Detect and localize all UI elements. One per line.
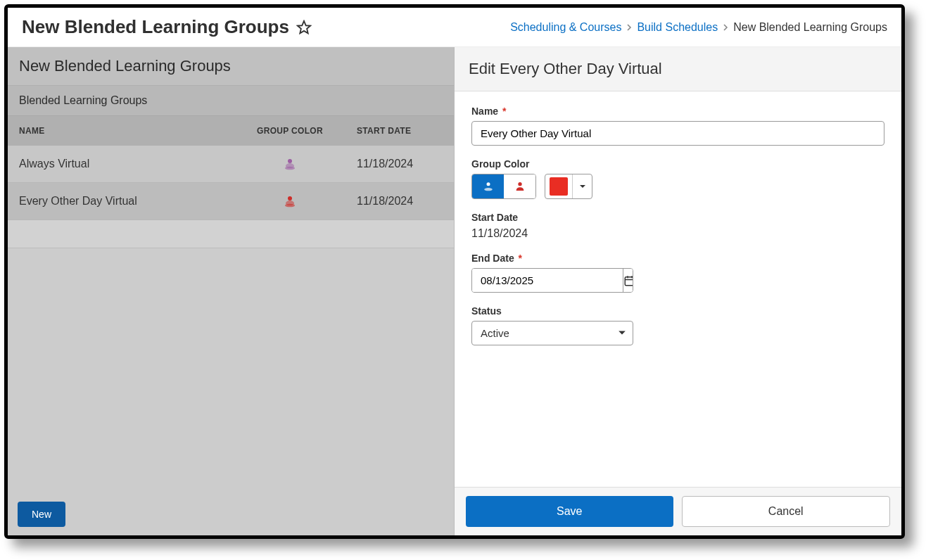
name-label-text: Name — [471, 106, 498, 117]
list-footer: New — [8, 493, 454, 535]
status-select[interactable]: Active — [471, 321, 633, 345]
column-header-date: START DATE — [357, 126, 443, 136]
page-header: New Blended Learning Groups Scheduling &… — [8, 8, 901, 47]
page-title-text: New Blended Learning Groups — [22, 16, 289, 38]
breadcrumb-link-build[interactable]: Build Schedules — [637, 21, 718, 34]
form-group-color: Group Color — [471, 158, 884, 199]
svg-point-7 — [518, 182, 521, 186]
edit-footer: Save Cancel — [455, 487, 901, 535]
end-date-label-text: End Date — [471, 253, 514, 264]
svg-point-2 — [285, 167, 295, 170]
status-label: Status — [471, 305, 884, 317]
row-name: Always Virtual — [19, 158, 223, 170]
panel-title: New Blended Learning Groups — [8, 47, 454, 86]
required-asterisk: * — [502, 106, 506, 117]
list-panel: New Blended Learning Groups Blended Lear… — [8, 47, 455, 535]
svg-point-4 — [285, 204, 295, 208]
group-color-label: Group Color — [471, 158, 884, 170]
page-title: New Blended Learning Groups — [22, 16, 312, 38]
panel-subtitle: Blended Learning Groups — [8, 86, 454, 116]
icon-toggle-group — [471, 174, 536, 199]
end-date-field — [471, 268, 633, 293]
row-color — [223, 193, 357, 210]
form-group-start-date: Start Date 11/18/2024 — [471, 212, 884, 240]
row-name: Every Other Day Virtual — [19, 195, 223, 208]
name-input[interactable] — [471, 121, 884, 146]
list-body-spacer — [8, 248, 454, 493]
row-date: 11/18/2024 — [357, 158, 443, 170]
start-date-label: Start Date — [471, 212, 884, 223]
row-date: 11/18/2024 — [357, 195, 443, 208]
form-group-status: Status Active — [471, 305, 884, 345]
breadcrumb-current: New Blended Learning Groups — [733, 21, 887, 34]
person-pin-icon — [281, 155, 298, 172]
edit-panel: Edit Every Other Day Virtual Name * Grou… — [455, 47, 901, 535]
svg-point-3 — [288, 196, 292, 201]
color-picker[interactable] — [545, 174, 592, 199]
calendar-icon[interactable] — [623, 269, 633, 292]
end-date-input[interactable] — [472, 269, 623, 292]
chevron-right-icon — [722, 24, 729, 31]
table-row[interactable]: Every Other Day Virtual 11/18/2024 — [8, 183, 454, 220]
table-row[interactable]: Always Virtual 11/18/2024 — [8, 146, 454, 183]
svg-marker-0 — [298, 20, 310, 32]
svg-point-5 — [486, 182, 490, 186]
svg-point-1 — [288, 159, 292, 163]
required-asterisk: * — [519, 253, 522, 264]
new-button[interactable]: New — [18, 502, 65, 527]
form-group-end-date: End Date * — [471, 253, 884, 293]
form-group-name: Name * — [471, 106, 884, 146]
column-header-name: NAME — [19, 126, 223, 136]
edit-form-body: Name * Group Color — [455, 91, 901, 487]
table-body: Always Virtual 11/18/2024 Every Other Da… — [8, 146, 454, 220]
breadcrumb: Scheduling & Courses Build Schedules New… — [510, 21, 887, 34]
breadcrumb-link-scheduling[interactable]: Scheduling & Courses — [510, 21, 621, 34]
cancel-button[interactable]: Cancel — [682, 496, 891, 527]
icon-toggle-person[interactable] — [504, 174, 535, 198]
edit-panel-title: Edit Every Other Day Virtual — [455, 47, 901, 91]
caret-down-icon — [572, 174, 592, 198]
name-label: Name * — [471, 106, 884, 117]
star-outline-icon[interactable] — [296, 20, 312, 35]
end-date-label: End Date * — [471, 253, 884, 264]
chevron-right-icon — [626, 24, 633, 31]
color-swatch — [550, 177, 568, 196]
table-empty-row — [8, 220, 454, 248]
table-header: NAME GROUP COLOR START DATE — [8, 116, 454, 146]
icon-toggle-pin[interactable] — [472, 174, 504, 198]
svg-rect-8 — [625, 276, 633, 285]
row-color — [223, 155, 357, 172]
person-pin-icon — [281, 193, 298, 210]
save-button[interactable]: Save — [466, 496, 673, 527]
column-header-color: GROUP COLOR — [223, 126, 357, 136]
svg-point-6 — [484, 188, 493, 191]
start-date-value: 11/18/2024 — [471, 227, 884, 240]
